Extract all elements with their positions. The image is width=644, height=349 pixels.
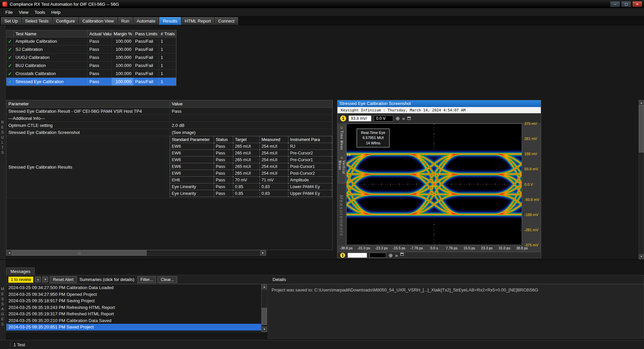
list-item[interactable]: 2024-03-25 09:35:19:317 PM Refreshed HTM… [6, 311, 261, 317]
filter-button[interactable]: Filter... [137, 276, 156, 283]
parameter-row[interactable]: Stressed Eye Calibration Screenshot (See… [6, 129, 332, 136]
scale-field[interactable] [348, 253, 367, 258]
calibration-result-row[interactable]: EW6 Pass 265 mUI 254 mUI RJ [170, 143, 332, 150]
col-measured[interactable]: Measured [260, 136, 288, 143]
tab-vertical-meas[interactable]: ☺ Vertical Meas [338, 154, 346, 183]
list-item-selected[interactable]: 2024-03-25 09:35:20:851 PM Saved Project [6, 324, 261, 330]
expand-icon[interactable]: » [395, 253, 398, 258]
parameter-row[interactable]: Stressed Eye Calibration Result - OIF CE… [6, 108, 332, 115]
col-parameter[interactable]: Parameter [6, 100, 170, 107]
vertical-scrollbar[interactable]: ▲ ▼ [639, 100, 644, 259]
channel-1-badge[interactable]: 1 [340, 253, 345, 258]
vertical-offset-field[interactable]: 0.0 V [374, 115, 393, 121]
vertical-scale-field[interactable]: 93.8 mV/ [349, 115, 371, 121]
instrument-parameter-cell: Upper PAM4 Ey [288, 190, 332, 197]
undock-icon[interactable] [400, 253, 404, 256]
scroll-down-button[interactable]: ▼ [639, 254, 644, 259]
tab-time-meas[interactable]: ☺ Time Meas [338, 125, 346, 153]
col-margin[interactable]: Margin % [112, 30, 133, 37]
calibration-result-row[interactable]: EW6 Pass 265 mUI 254 mUI Post-Cursor2 [170, 170, 332, 177]
tab-select-tests[interactable]: Select Tests [22, 17, 52, 25]
tab-connect[interactable]: Connect [215, 17, 238, 25]
menu-file[interactable]: File [3, 9, 15, 15]
previous-alert-button[interactable]: ▲ [35, 277, 41, 282]
col-test-name[interactable]: Test Name [14, 30, 88, 37]
menu-tools[interactable]: Tools [32, 9, 48, 15]
add-measurement-icon[interactable]: ⊕ [389, 253, 393, 258]
tab-automate[interactable]: Automate [133, 17, 159, 25]
calibration-result-row[interactable]: Eye Linearity Pass 0.85 0.83 Upper PAM4 … [170, 190, 332, 197]
message-list-scrollbar[interactable]: ▲ ▼ [261, 284, 267, 332]
minimize-icon: ─ [614, 2, 616, 6]
col-standard-parameter[interactable]: Standard Parameter [170, 136, 214, 143]
scroll-down-button[interactable]: ▼ [262, 327, 267, 332]
pass-limits-cell: Pass/Fail [133, 54, 159, 61]
review-badge[interactable]: 1 to review [8, 277, 33, 283]
add-measurement-icon[interactable]: ⊕ [396, 116, 400, 121]
trigger-marker-icon[interactable]: T [347, 153, 351, 157]
list-item[interactable]: 2024-03-25 09:35:19:243 PM Refreshing HT… [6, 304, 261, 311]
table-row[interactable]: ✓ SJ Calibration Pass 100.000 Pass/Fail … [6, 45, 176, 54]
scroll-right-button[interactable]: ► [260, 250, 266, 255]
scroll-up-button[interactable]: ▲ [262, 284, 267, 289]
tab-html-report[interactable]: HTML Report [182, 17, 214, 25]
parameter-row[interactable]: Stressed Eye Calibration Results Standar… [6, 136, 332, 198]
results-side-tab[interactable]: RESULTS [0, 25, 5, 259]
clear-button[interactable]: Clear... [158, 276, 177, 283]
parameter-cell: Stressed Eye Calibration Result - OIF CE… [6, 108, 170, 114]
messages-side-tab[interactable]: MESSAGES [0, 260, 5, 340]
list-item[interactable]: 2024-03-25 09:34:27:950 PM Opened Projec… [6, 291, 261, 298]
reset-alert-button[interactable]: Reset Alert [50, 276, 76, 283]
table-row-selected[interactable]: ✓ Stressed Eye Calibration Pass 100.000 … [6, 78, 176, 86]
scroll-left-button[interactable]: ◄ [6, 250, 12, 255]
maximize-button[interactable]: ▢ [621, 1, 631, 7]
x-axis-label: 0.0 s [430, 246, 438, 250]
col-actual-value[interactable]: Actual Value [88, 30, 112, 37]
list-item[interactable]: 2024-03-25 09:35:18:917 PM Saving Projec… [6, 298, 261, 304]
horizontal-scrollbar[interactable]: ◄ ||| ► [6, 250, 266, 256]
tab-configure[interactable]: Configure [53, 17, 78, 25]
minimize-button[interactable]: ─ [610, 1, 620, 7]
tab-results[interactable]: Results [159, 17, 180, 25]
screenshot-panel-title: Stressed Eye Calibration Screenshot [337, 100, 541, 107]
table-row[interactable]: ✓ UUGJ Calibration Pass 100.000 Pass/Fai… [6, 54, 176, 62]
scrollbar-thumb[interactable] [262, 308, 267, 325]
results-side-tab-label: RESULTS [1, 25, 5, 259]
col-target[interactable]: Target [233, 136, 260, 143]
calibration-result-row[interactable]: EH6 Pass 70 mV 71 mV Amplitude [170, 177, 332, 183]
list-item[interactable]: 2024-03-25 09:34:27:500 PM Calibration D… [6, 284, 261, 291]
table-row[interactable]: ✓ Amplitude Calibration Pass 100.000 Pas… [6, 37, 176, 45]
calibration-result-row[interactable]: Eye Linearity Pass 0.85 0.83 Lower PAM4 … [170, 183, 332, 190]
table-row[interactable]: ✓ Crosstalk Calibration Pass 100.000 Pas… [6, 70, 176, 78]
messages-tab[interactable]: Messages [6, 268, 35, 275]
expand-icon[interactable]: » [402, 116, 405, 121]
parameter-row[interactable]: Optimum CTLE setting 2.0 dB [6, 122, 332, 129]
tab-calibration-view[interactable]: Calibration View [79, 17, 117, 25]
offset-field[interactable] [369, 253, 386, 258]
col-instrument-parameter[interactable]: Instrument Para [288, 136, 332, 143]
col-trials[interactable]: # Trials [159, 30, 176, 37]
next-alert-button[interactable]: ▼ [42, 277, 48, 282]
message-list: 2024-03-25 09:34:27:500 PM Calibration D… [6, 284, 261, 332]
col-pass-limits[interactable]: Pass Limits [133, 30, 159, 37]
calibration-result-row[interactable]: EW6 Pass 265 mUI 254 mUI Pre-Cursor1 [170, 156, 332, 163]
scrollbar-thumb[interactable]: ||| [12, 250, 147, 255]
y-axis-label: -93.8 mV [524, 198, 539, 202]
menu-help[interactable]: Help [48, 9, 63, 15]
col-value[interactable]: Value [170, 100, 332, 107]
channel-1-badge[interactable]: 1 [340, 115, 346, 121]
col-status[interactable]: Status [214, 136, 233, 143]
list-item[interactable]: 2024-03-25 09:35:20:210 PM Calibration D… [6, 317, 261, 324]
calibration-result-row[interactable]: EW6 Pass 265 mUI 254 mUI Post-Cursor1 [170, 163, 332, 170]
margin-cell: 100.000 [112, 78, 133, 85]
scroll-up-button[interactable]: ▲ [639, 100, 644, 105]
undock-icon[interactable] [407, 117, 411, 120]
table-row[interactable]: ✓ BUJ Calibration Pass 100.000 Pass/Fail… [6, 62, 176, 70]
tab-run[interactable]: Run [118, 17, 133, 25]
close-button[interactable]: ✕ [632, 1, 642, 7]
parameter-row[interactable]: ---Additional Info--- [6, 115, 332, 122]
calibration-result-row[interactable]: EW6 Pass 265 mUI 254 mUI Pre-Cursor2 [170, 150, 332, 156]
tab-set-up[interactable]: Set Up [1, 17, 21, 25]
menu-view[interactable]: View [16, 9, 31, 15]
scrollbar-thumb[interactable] [639, 105, 644, 152]
